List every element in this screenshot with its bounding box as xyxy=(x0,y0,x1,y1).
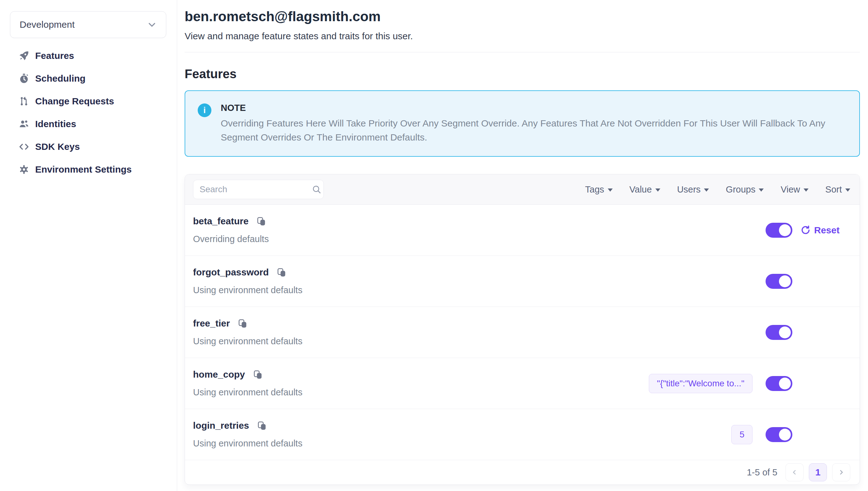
copy-icon[interactable] xyxy=(253,370,263,379)
sidebar-item-change-requests[interactable]: Change Requests xyxy=(19,90,166,113)
sidebar-item-sdk-keys[interactable]: SDK Keys xyxy=(19,135,166,158)
sidebar-item-scheduling[interactable]: Scheduling xyxy=(19,67,166,90)
feature-value-chip[interactable]: "{"title":"Welcome to..." xyxy=(649,374,752,393)
environment-selector-value: Development xyxy=(20,19,75,30)
feature-info: home_copy Using environment defaults xyxy=(193,369,302,398)
reset-slot: Reset xyxy=(801,225,850,235)
header-divider xyxy=(185,52,860,52)
reset-icon xyxy=(801,225,811,235)
filter-sort[interactable]: Sort xyxy=(825,184,850,195)
feature-status: Overriding defaults xyxy=(193,234,269,244)
toggle-knob xyxy=(779,326,791,338)
filter-label: Groups xyxy=(726,184,755,195)
filter-users[interactable]: Users xyxy=(677,184,709,195)
feature-name: home_copy xyxy=(193,369,245,380)
feature-row[interactable]: login_retries Using environment defaults… xyxy=(185,409,860,460)
environment-selector[interactable]: Development xyxy=(10,11,166,38)
app-root: { "sidebar": { "environment_selector": {… xyxy=(0,0,868,491)
feature-controls xyxy=(766,274,850,289)
feature-info: login_retries Using environment defaults xyxy=(193,420,302,449)
feature-info: beta_feature Overriding defaults xyxy=(193,216,269,244)
page-1-button[interactable]: 1 xyxy=(809,463,827,481)
copy-icon[interactable] xyxy=(238,319,248,328)
feature-controls: 5 xyxy=(731,425,850,444)
filter-label: Sort xyxy=(825,184,842,195)
page-title: ben.rometsch@flagsmith.com xyxy=(185,9,860,25)
reset-label: Reset xyxy=(814,225,840,235)
sidebar-item-label: Scheduling xyxy=(35,73,86,84)
filter-label: Users xyxy=(677,184,701,195)
chevron-down-icon xyxy=(147,20,157,29)
feature-toggle[interactable] xyxy=(766,325,792,340)
stopwatch-icon xyxy=(19,73,29,84)
feature-status: Using environment defaults xyxy=(193,336,302,346)
feature-row[interactable]: forgot_password Using environment defaul… xyxy=(185,256,860,307)
feature-value-chip[interactable]: 5 xyxy=(731,425,752,444)
code-icon xyxy=(19,141,29,152)
chevron-right-icon xyxy=(838,469,845,476)
search-box[interactable] xyxy=(193,180,324,199)
chevron-left-icon xyxy=(791,469,798,476)
sidebar-item-identities[interactable]: Identities xyxy=(19,113,166,135)
main-content: ben.rometsch@flagsmith.com View and mana… xyxy=(177,0,868,491)
sidebar-item-features[interactable]: Features xyxy=(19,44,166,67)
sidebar-item-environment-settings[interactable]: Environment Settings xyxy=(19,158,166,181)
pager: 1 xyxy=(785,463,850,481)
copy-icon[interactable] xyxy=(256,216,266,226)
feature-controls: Reset xyxy=(766,223,850,238)
caret-down-icon xyxy=(845,189,850,192)
feature-info: free_tier Using environment defaults xyxy=(193,318,302,346)
feature-controls: "{"title":"Welcome to..." xyxy=(649,374,850,393)
feature-row[interactable]: free_tier Using environment defaults xyxy=(185,307,860,358)
search-icon xyxy=(312,185,321,194)
filter-bar: Tags Value Users Groups View xyxy=(585,184,850,195)
sidebar-item-label: Environment Settings xyxy=(35,164,132,175)
sidebar: Development Features Scheduling Change R… xyxy=(0,0,177,491)
caret-down-icon xyxy=(704,189,709,192)
info-icon: i xyxy=(198,104,211,117)
feature-toggle[interactable] xyxy=(766,223,792,238)
toggle-knob xyxy=(779,276,791,287)
feature-status: Using environment defaults xyxy=(193,387,302,398)
feature-name: forgot_password xyxy=(193,267,269,278)
caret-down-icon xyxy=(608,189,613,192)
feature-toggle[interactable] xyxy=(766,376,792,391)
toggle-knob xyxy=(779,378,791,389)
filter-label: Value xyxy=(629,184,652,195)
pagination-range: 1-5 of 5 xyxy=(747,467,777,478)
note-title: NOTE xyxy=(221,103,831,113)
sidebar-item-label: Features xyxy=(35,51,74,61)
feature-status: Using environment defaults xyxy=(193,438,302,449)
copy-icon[interactable] xyxy=(277,268,286,277)
previous-page-button[interactable] xyxy=(785,463,804,481)
users-icon xyxy=(19,119,29,129)
feature-toggle[interactable] xyxy=(766,274,792,289)
page-subtitle: View and manage feature states and trait… xyxy=(185,31,860,42)
sidebar-item-label: SDK Keys xyxy=(35,141,80,152)
features-toolbar: Tags Value Users Groups View xyxy=(185,174,860,205)
filter-tags[interactable]: Tags xyxy=(585,184,612,195)
filter-view[interactable]: View xyxy=(780,184,808,195)
feature-row[interactable]: beta_feature Overriding defaults Reset xyxy=(185,205,860,256)
gear-icon xyxy=(19,164,29,175)
note-content: NOTE Overriding Features Here Will Take … xyxy=(221,103,831,144)
features-section-heading: Features xyxy=(185,67,860,81)
feature-toggle[interactable] xyxy=(766,427,792,442)
note-panel: i NOTE Overriding Features Here Will Tak… xyxy=(185,90,860,157)
reset-button[interactable]: Reset xyxy=(801,225,840,235)
caret-down-icon xyxy=(804,189,809,192)
search-input[interactable] xyxy=(199,184,312,194)
toggle-knob xyxy=(779,224,791,236)
table-footer: 1-5 of 5 1 xyxy=(185,460,860,485)
filter-groups[interactable]: Groups xyxy=(726,184,764,195)
caret-down-icon xyxy=(759,189,764,192)
next-page-button[interactable] xyxy=(832,463,850,481)
feature-row[interactable]: home_copy Using environment defaults "{"… xyxy=(185,358,860,409)
caret-down-icon xyxy=(655,189,660,192)
filter-label: Tags xyxy=(585,184,604,195)
sidebar-item-label: Identities xyxy=(35,119,76,129)
git-pull-request-icon xyxy=(19,96,29,107)
filter-value[interactable]: Value xyxy=(629,184,660,195)
copy-icon[interactable] xyxy=(257,421,267,431)
toggle-knob xyxy=(779,429,791,440)
